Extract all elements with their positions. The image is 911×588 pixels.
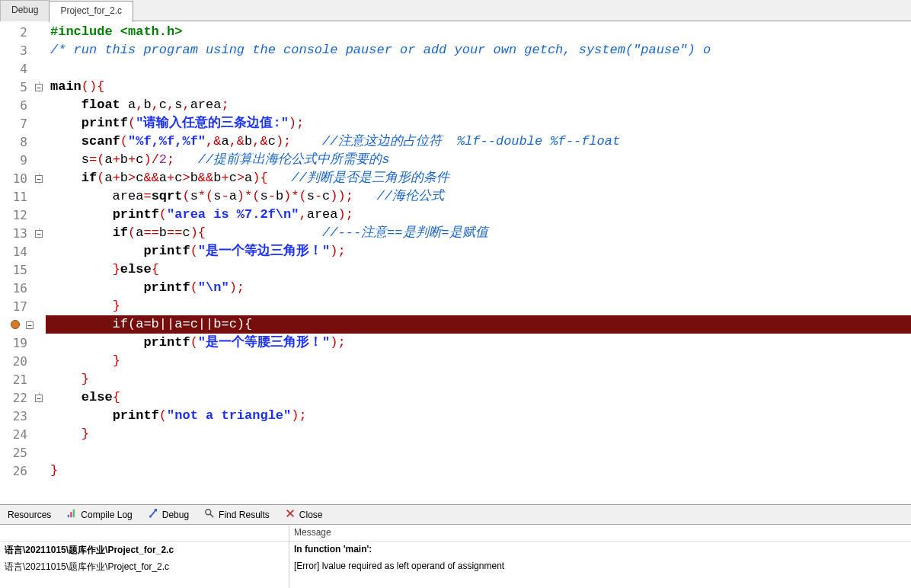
line-number: 25 xyxy=(0,446,32,460)
tab-debug[interactable]: Debug xyxy=(0,0,50,21)
line-number: 20 xyxy=(0,354,32,369)
code-line[interactable]: if(a+b>c&&a+c>b&&b+c>a){ //判断是否是三角形的条件 xyxy=(46,169,911,187)
gutter-row[interactable]: 11 xyxy=(0,187,46,206)
code-line[interactable] xyxy=(46,443,911,462)
line-number: 22 xyxy=(0,391,32,405)
compiler-results: 语言\20211015\题库作业\Project_for_2.c语言\20211… xyxy=(0,524,911,588)
tab-close[interactable]: Close xyxy=(277,505,331,524)
breakpoint-icon[interactable] xyxy=(11,320,20,329)
fold-toggle-icon[interactable]: − xyxy=(35,395,43,402)
gutter-row[interactable]: 8 xyxy=(0,133,46,151)
gutter-row[interactable]: 17 xyxy=(0,297,46,315)
code-line[interactable]: printf("是一个等腰三角形！"); xyxy=(46,334,911,352)
code-line[interactable]: }else{ xyxy=(46,260,911,279)
result-file-row[interactable]: 语言\20211015\题库作业\Project_for_2.c xyxy=(0,542,289,558)
fold-toggle-icon[interactable]: − xyxy=(35,175,43,183)
fold-column[interactable]: − xyxy=(32,228,46,238)
code-line[interactable]: } xyxy=(46,297,911,315)
fold-column[interactable]: − xyxy=(23,319,37,330)
code-line[interactable]: float a,b,c,s,area; xyxy=(46,96,911,114)
line-number: 19 xyxy=(0,336,32,350)
gutter-row[interactable]: 15 xyxy=(0,260,46,279)
code-line[interactable]: if(a=b||a=c||b=c){ xyxy=(46,315,911,334)
tab-resources[interactable]: Resources xyxy=(0,505,59,524)
gutter-row[interactable]: 20 xyxy=(0,352,46,370)
gutter-row[interactable]: 16 xyxy=(0,279,46,297)
code-line[interactable]: printf("是一个等边三角形！"); xyxy=(46,242,911,260)
code-line[interactable]: s=(a+b+c)/2; //提前算出海伦公式中所需要的s xyxy=(46,151,911,169)
gutter-row[interactable]: 13− xyxy=(0,224,46,242)
gutter-row[interactable]: 24 xyxy=(0,425,46,443)
line-number: 8 xyxy=(0,135,32,149)
code-line[interactable]: printf("请输入任意的三条边值:"); xyxy=(46,114,911,133)
gutter-row[interactable]: 25 xyxy=(0,443,46,462)
line-number: 23 xyxy=(0,409,32,423)
line-number: 4 xyxy=(0,62,32,76)
result-file-row[interactable]: 语言\20211015\题库作业\Project_for_2.c xyxy=(0,558,289,575)
gutter-row[interactable]: 22− xyxy=(0,388,46,407)
gutter-row[interactable]: 5− xyxy=(0,78,46,96)
gutter-row[interactable]: 3 xyxy=(0,41,46,59)
code-line[interactable]: } xyxy=(46,425,911,443)
line-number: 5 xyxy=(0,80,32,94)
code-line[interactable]: main(){ xyxy=(46,78,911,96)
gutter-row[interactable]: 12 xyxy=(0,206,46,224)
results-message-header: Message xyxy=(289,525,911,542)
fold-column[interactable]: − xyxy=(32,392,46,403)
code-line[interactable]: } xyxy=(46,370,911,388)
code-line[interactable] xyxy=(46,59,911,78)
fold-column[interactable]: − xyxy=(32,81,46,92)
result-message-row[interactable]: [Error] lvalue required as left operand … xyxy=(289,558,911,575)
close-icon xyxy=(285,508,296,521)
code-line[interactable]: printf("\n"); xyxy=(46,279,911,297)
gutter: 2345−678910−111213−14151617−19202122−232… xyxy=(0,21,46,504)
tab-debug-bottom[interactable]: Debug xyxy=(140,505,197,524)
gutter-row[interactable]: 7 xyxy=(0,114,46,133)
line-number: 9 xyxy=(0,153,32,168)
code-line[interactable]: } xyxy=(46,462,911,480)
code-line[interactable]: #include <math.h> xyxy=(46,23,911,41)
svg-point-4 xyxy=(206,510,211,515)
code-line[interactable]: area=sqrt(s*(s-a)*(s-b)*(s-c)); //海伦公式 xyxy=(46,187,911,206)
tab-compile-log[interactable]: Compile Log xyxy=(59,505,139,524)
gutter-row[interactable]: 2 xyxy=(0,23,46,41)
compile-log-icon xyxy=(66,508,77,521)
gutter-row[interactable]: 26 xyxy=(0,462,46,480)
gutter-row[interactable]: 23 xyxy=(0,407,46,425)
svg-line-5 xyxy=(210,514,213,517)
code-line[interactable]: else{ xyxy=(46,388,911,407)
gutter-row[interactable]: − xyxy=(0,315,46,334)
gutter-row[interactable]: 14 xyxy=(0,242,46,260)
fold-column[interactable]: − xyxy=(32,173,46,184)
bottom-panel-tabs: Resources Compile Log Debug Find Results… xyxy=(0,504,911,524)
result-message-row[interactable]: In function 'main': xyxy=(289,542,911,558)
gutter-row[interactable]: 9 xyxy=(0,151,46,169)
svg-point-3 xyxy=(149,515,152,518)
line-number: 3 xyxy=(0,43,32,58)
tab-find-results[interactable]: Find Results xyxy=(197,505,277,524)
tab-active-file[interactable]: Project_for_2.c xyxy=(49,1,133,22)
line-number: 6 xyxy=(0,98,32,113)
line-number: 17 xyxy=(0,299,32,314)
code-line[interactable]: scanf("%f,%f,%f",&a,&b,&c); //注意这边的占位符 %… xyxy=(46,133,911,151)
find-label: Find Results xyxy=(219,510,270,520)
code-line[interactable]: if(a==b==c){ //---注意==是判断=是赋值 xyxy=(46,224,911,242)
fold-toggle-icon[interactable]: − xyxy=(35,230,43,238)
gutter-row[interactable]: 10− xyxy=(0,169,46,187)
gutter-row[interactable]: 21 xyxy=(0,370,46,388)
code-line[interactable]: /* run this program using the console pa… xyxy=(46,41,911,59)
results-file-header xyxy=(0,525,289,542)
editor-tabs: Debug Project_for_2.c xyxy=(0,0,911,21)
results-message-column: Message In function 'main':[Error] lvalu… xyxy=(289,525,911,588)
code-area[interactable]: #include <math.h>/* run this program usi… xyxy=(46,21,911,504)
gutter-row[interactable]: 19 xyxy=(0,334,46,352)
code-line[interactable]: } xyxy=(46,352,911,370)
fold-toggle-icon[interactable]: − xyxy=(26,321,34,329)
fold-toggle-icon[interactable]: − xyxy=(35,84,43,91)
gutter-row[interactable]: 6 xyxy=(0,96,46,114)
code-editor[interactable]: 2345−678910−111213−14151617−19202122−232… xyxy=(0,21,911,504)
code-line[interactable]: printf("not a triangle"); xyxy=(46,407,911,425)
code-line[interactable]: printf("area is %7.2f\n",area); xyxy=(46,206,911,224)
gutter-row[interactable]: 4 xyxy=(0,59,46,78)
svg-rect-0 xyxy=(68,515,69,518)
